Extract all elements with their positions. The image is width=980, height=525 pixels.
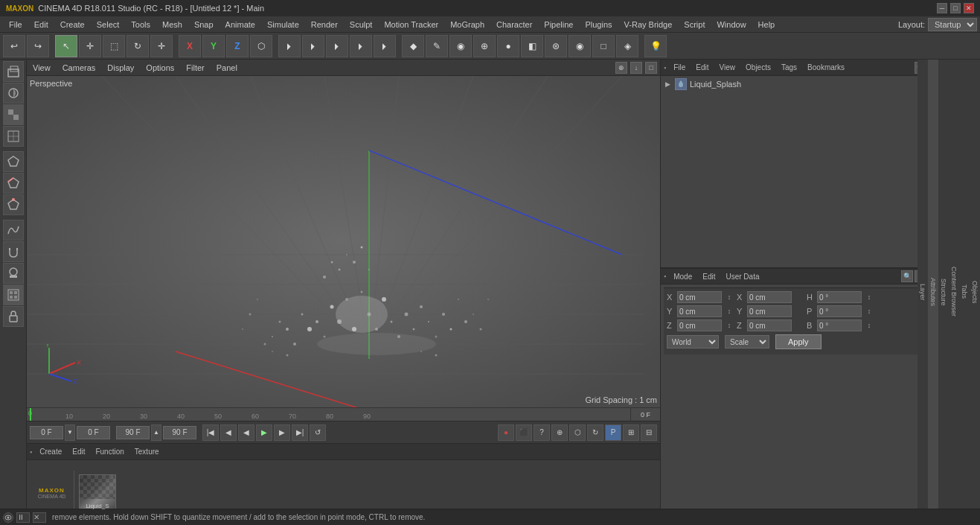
attr-search-icon[interactable]: 🔍: [901, 270, 913, 282]
menu-sculpt[interactable]: Sculpt: [344, 19, 379, 31]
layout-select[interactable]: Startup: [928, 18, 977, 31]
light-btn[interactable]: 💡: [644, 35, 667, 57]
attr-mode-btn[interactable]: Mode: [670, 273, 695, 281]
step-back-btn[interactable]: ◀: [220, 424, 237, 441]
max-frame-input[interactable]: [163, 426, 196, 439]
vp-down-btn[interactable]: ↓: [630, 62, 642, 74]
go-start-btn[interactable]: |◀: [202, 424, 219, 441]
menu-character[interactable]: Character: [490, 19, 538, 31]
obj-edit-btn[interactable]: Edit: [693, 63, 711, 71]
redo-btn[interactable]: ↪: [27, 35, 49, 57]
menu-edit[interactable]: Edit: [28, 19, 54, 31]
sidebar-edge-btn[interactable]: [3, 173, 24, 194]
y-pos-input[interactable]: [677, 305, 722, 317]
menu-vray[interactable]: V-Ray Bridge: [618, 19, 679, 31]
menu-motion-tracker[interactable]: Motion Tracker: [378, 19, 444, 31]
obj-file-btn[interactable]: File: [670, 63, 688, 71]
y2-pos-input[interactable]: [747, 305, 792, 317]
z2-pos-input[interactable]: [747, 319, 792, 331]
vtab-structure[interactable]: Structure: [938, 60, 949, 525]
go-end-btn[interactable]: ▶|: [292, 424, 308, 441]
y-axis-btn[interactable]: Y: [202, 35, 225, 57]
rotate-btn[interactable]: ↻: [126, 35, 149, 57]
status-stop-btn[interactable]: ✕: [33, 512, 46, 523]
obj-tags-btn[interactable]: Tags: [778, 63, 800, 71]
frame-step-down[interactable]: ▼: [65, 424, 75, 441]
obj-objects-btn[interactable]: Objects: [743, 63, 774, 71]
menu-render[interactable]: Render: [305, 19, 344, 31]
attr-userdata-btn[interactable]: User Data: [723, 273, 762, 281]
vp-menu-filter[interactable]: Filter: [183, 63, 207, 72]
motion-record-btn[interactable]: ?: [534, 424, 550, 441]
end-frame-input[interactable]: [116, 426, 150, 439]
z-axis-btn[interactable]: Z: [226, 35, 249, 57]
z-pos-input[interactable]: [677, 319, 722, 331]
x-pos-input[interactable]: [677, 291, 722, 303]
grid-snap-btn[interactable]: □: [592, 35, 615, 57]
start-frame-input[interactable]: [77, 426, 110, 439]
bottom-create-btn[interactable]: Create: [36, 448, 65, 456]
apply-button[interactable]: Apply: [775, 334, 822, 349]
sidebar-checker2-btn[interactable]: [3, 284, 24, 305]
menu-window[interactable]: Window: [711, 19, 752, 31]
measure-btn[interactable]: ⊕: [473, 35, 496, 57]
vtab-attributes[interactable]: Attributes: [928, 60, 938, 525]
vtab-objects[interactable]: Objects: [970, 60, 980, 525]
render-to-po-btn[interactable]: ⏵: [326, 35, 348, 57]
menu-help[interactable]: Help: [752, 19, 781, 31]
current-frame-input[interactable]: [30, 426, 63, 439]
sidebar-stamp-btn[interactable]: [3, 263, 24, 284]
obj-view-btn[interactable]: View: [717, 63, 739, 71]
paint-btn[interactable]: ◆: [402, 35, 424, 57]
p-btn[interactable]: P: [605, 424, 621, 441]
autokey-btn[interactable]: ●: [498, 424, 514, 441]
bottom-edit-btn[interactable]: Edit: [69, 448, 88, 456]
transform-btn[interactable]: ✛: [150, 35, 173, 57]
scale-btn[interactable]: ⬚: [103, 35, 125, 57]
undo-btn[interactable]: ↩: [3, 35, 25, 57]
viewport-canvas[interactable]: Perspective X Y Z Grid Spacing : 1 cm: [27, 76, 660, 407]
material-liquid-thumb[interactable]: Liquid_S: [79, 474, 116, 512]
scale-select[interactable]: Scale Size: [725, 335, 769, 349]
play-btn[interactable]: ▶: [256, 424, 272, 441]
minimize-btn[interactable]: ─: [937, 3, 947, 13]
vp-menu-display[interactable]: Display: [104, 63, 137, 72]
menu-select[interactable]: Select: [91, 19, 126, 31]
vertex-snap-btn[interactable]: ●: [497, 35, 519, 57]
vp-maximize-btn[interactable]: □: [645, 62, 657, 74]
play-back-btn[interactable]: ◀: [238, 424, 254, 441]
vp-menu-cameras[interactable]: Cameras: [60, 63, 99, 72]
motion-path-btn[interactable]: ⊟: [641, 424, 657, 441]
vp-expand-btn[interactable]: ⊕: [615, 62, 627, 74]
selection-btn[interactable]: ↖: [55, 35, 77, 57]
poly-snap-btn[interactable]: ⊛: [545, 35, 567, 57]
menu-script[interactable]: Script: [678, 19, 711, 31]
bottom-function-btn[interactable]: Function: [92, 448, 126, 456]
menu-mograph[interactable]: MoGraph: [444, 19, 490, 31]
vp-menu-panel[interactable]: Panel: [214, 63, 240, 72]
world-select[interactable]: World Object: [667, 335, 719, 349]
render-settings-btn[interactable]: ⏵: [350, 35, 372, 57]
move-btn[interactable]: ✛: [79, 35, 101, 57]
sidebar-spline-btn[interactable]: [3, 220, 24, 241]
x-axis-btn[interactable]: X: [179, 35, 201, 57]
pos-btn[interactable]: ⊕: [551, 424, 568, 441]
status-eye-btn[interactable]: [3, 512, 13, 523]
h-input[interactable]: [817, 291, 862, 303]
sidebar-shading-btn[interactable]: [3, 83, 24, 104]
sidebar-lock-btn[interactable]: [3, 306, 24, 327]
loop-btn[interactable]: ↺: [310, 424, 326, 441]
timeline-more-btn[interactable]: ↻: [587, 424, 603, 441]
step-fwd-btn[interactable]: ▶: [274, 424, 290, 441]
vtab-layer[interactable]: Layer: [917, 60, 928, 525]
vtab-tabs[interactable]: Tabs: [959, 60, 970, 525]
close-btn[interactable]: ✕: [964, 3, 974, 13]
snap-btn[interactable]: ◉: [449, 35, 472, 57]
menu-pipeline[interactable]: Pipeline: [538, 19, 579, 31]
workplane-btn[interactable]: ◈: [616, 35, 638, 57]
sidebar-point-btn[interactable]: [3, 194, 24, 215]
menu-simulate[interactable]: Simulate: [261, 19, 305, 31]
vp-menu-options[interactable]: Options: [143, 63, 177, 72]
sidebar-poly-btn[interactable]: [3, 151, 24, 172]
attr-edit-btn[interactable]: Edit: [699, 273, 718, 281]
